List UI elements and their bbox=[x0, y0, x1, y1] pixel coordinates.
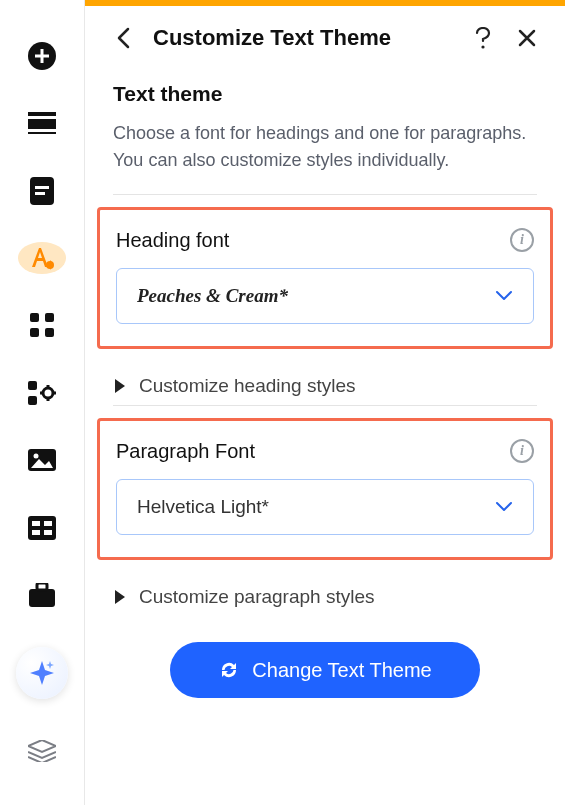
info-icon: i bbox=[520, 443, 524, 459]
svg-rect-2 bbox=[35, 54, 49, 57]
image-icon bbox=[28, 449, 56, 471]
table-icon bbox=[28, 516, 56, 540]
sidebar-settings[interactable] bbox=[18, 377, 66, 408]
svg-rect-23 bbox=[28, 516, 56, 540]
change-text-theme-button[interactable]: Change Text Theme bbox=[170, 642, 480, 698]
heading-font-label: Heading font bbox=[116, 229, 229, 252]
divider bbox=[113, 405, 537, 406]
cta-label: Change Text Theme bbox=[252, 659, 431, 682]
triangle-right-icon bbox=[115, 590, 125, 604]
svg-rect-6 bbox=[30, 177, 54, 205]
close-button[interactable] bbox=[513, 24, 541, 52]
customize-heading-label: Customize heading styles bbox=[139, 375, 356, 397]
svg-point-16 bbox=[43, 388, 53, 398]
heading-font-select[interactable]: Peaches & Cream* bbox=[116, 268, 534, 324]
svg-rect-19 bbox=[40, 391, 44, 394]
sparkle-icon bbox=[28, 659, 56, 687]
chevron-down-icon bbox=[495, 501, 513, 513]
page-icon bbox=[30, 177, 54, 205]
paragraph-font-label: Paragraph Font bbox=[116, 440, 255, 463]
sidebar-sections[interactable] bbox=[18, 107, 66, 138]
svg-rect-20 bbox=[52, 391, 56, 394]
layers-icon bbox=[28, 740, 56, 762]
sidebar-business[interactable] bbox=[18, 580, 66, 611]
svg-rect-4 bbox=[28, 119, 56, 129]
svg-rect-8 bbox=[35, 192, 45, 195]
triangle-right-icon bbox=[115, 379, 125, 393]
settings-panel: Customize Text Theme Text theme Choose a… bbox=[85, 0, 565, 805]
sidebar-apps[interactable] bbox=[18, 310, 66, 341]
svg-point-30 bbox=[481, 45, 484, 48]
sidebar-ai[interactable] bbox=[16, 647, 68, 699]
settings-puzzle-icon bbox=[28, 381, 56, 405]
heading-font-group: Heading font i Peaches & Cream* bbox=[97, 207, 553, 349]
svg-point-22 bbox=[34, 454, 39, 459]
svg-rect-13 bbox=[45, 328, 54, 337]
theme-text-icon bbox=[27, 243, 57, 273]
svg-rect-7 bbox=[35, 186, 49, 189]
svg-rect-25 bbox=[44, 521, 52, 526]
sidebar-pages[interactable] bbox=[18, 175, 66, 206]
paragraph-font-info[interactable]: i bbox=[510, 439, 534, 463]
paragraph-font-select[interactable]: Helvetica Light* bbox=[116, 479, 534, 535]
sidebar-data[interactable] bbox=[18, 512, 66, 543]
briefcase-icon bbox=[29, 583, 55, 607]
svg-rect-26 bbox=[32, 530, 40, 535]
heading-font-value: Peaches & Cream* bbox=[137, 285, 288, 307]
panel-header: Customize Text Theme bbox=[85, 0, 565, 64]
svg-rect-27 bbox=[44, 530, 52, 535]
section-title: Text theme bbox=[113, 82, 537, 106]
svg-rect-11 bbox=[45, 313, 54, 322]
help-button[interactable] bbox=[469, 24, 497, 52]
paragraph-font-value: Helvetica Light* bbox=[137, 496, 269, 518]
divider bbox=[113, 194, 537, 195]
apps-grid-icon bbox=[30, 313, 54, 337]
svg-rect-15 bbox=[28, 396, 37, 405]
svg-rect-3 bbox=[28, 112, 56, 116]
sidebar-media[interactable] bbox=[18, 445, 66, 476]
svg-rect-24 bbox=[32, 521, 40, 526]
customize-paragraph-styles[interactable]: Customize paragraph styles bbox=[113, 568, 537, 616]
info-icon: i bbox=[520, 232, 524, 248]
panel-title: Customize Text Theme bbox=[153, 25, 453, 51]
paragraph-font-group: Paragraph Font i Helvetica Light* bbox=[97, 418, 553, 560]
svg-rect-5 bbox=[28, 132, 56, 134]
sidebar-layers[interactable] bbox=[18, 727, 66, 775]
svg-rect-10 bbox=[30, 313, 39, 322]
svg-rect-29 bbox=[37, 583, 47, 590]
svg-rect-18 bbox=[47, 397, 50, 401]
svg-rect-14 bbox=[28, 381, 37, 390]
refresh-icon bbox=[218, 659, 240, 681]
svg-rect-28 bbox=[29, 589, 55, 607]
sidebar-theme[interactable] bbox=[18, 242, 66, 273]
close-icon bbox=[518, 29, 536, 47]
sidebar-add[interactable] bbox=[18, 40, 66, 71]
back-button[interactable] bbox=[109, 24, 137, 52]
heading-font-info[interactable]: i bbox=[510, 228, 534, 252]
customize-heading-styles[interactable]: Customize heading styles bbox=[113, 357, 537, 405]
svg-rect-12 bbox=[30, 328, 39, 337]
left-sidebar bbox=[0, 0, 85, 805]
plus-circle-icon bbox=[27, 41, 57, 71]
section-icon bbox=[28, 112, 56, 134]
section-description: Choose a font for headings and one for p… bbox=[113, 120, 537, 174]
customize-paragraph-label: Customize paragraph styles bbox=[139, 586, 375, 608]
svg-rect-17 bbox=[47, 385, 50, 389]
question-icon bbox=[475, 27, 491, 49]
chevron-left-icon bbox=[116, 27, 130, 49]
chevron-down-icon bbox=[495, 290, 513, 302]
